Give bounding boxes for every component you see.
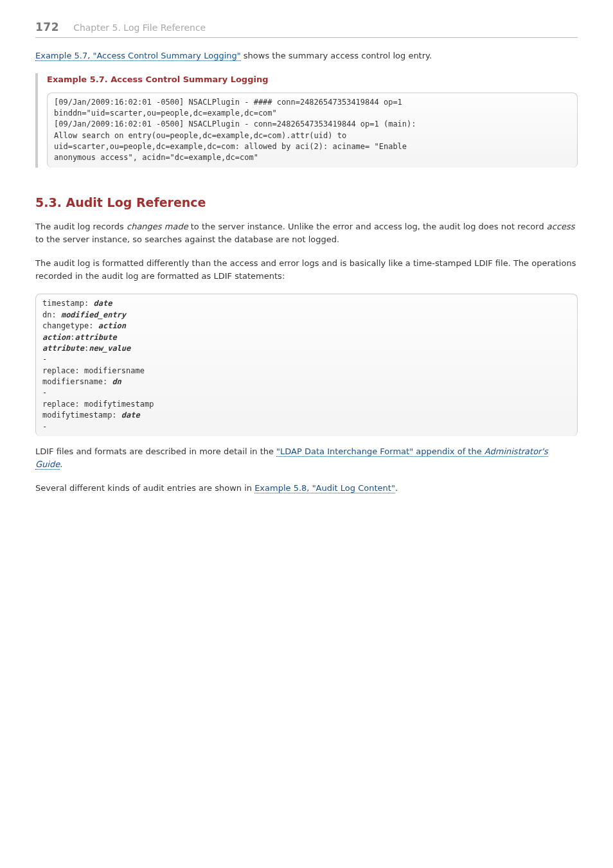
section-p3: LDIF files and formats are described in … bbox=[35, 445, 578, 470]
ldif-template-code: timestamp: date dn: modified_entry chang… bbox=[35, 294, 578, 436]
example-5-7-block: Example 5.7. Access Control Summary Logg… bbox=[35, 73, 578, 168]
example-5-7-title: Example 5.7. Access Control Summary Logg… bbox=[47, 73, 578, 86]
page: 172 Chapter 5. Log File Reference Exampl… bbox=[0, 0, 613, 868]
p4-text-c: . bbox=[395, 483, 398, 493]
page-number: 172 bbox=[35, 21, 59, 33]
section-p4: Several different kinds of audit entries… bbox=[35, 482, 578, 495]
p1-italic-changes-made: changes made bbox=[127, 222, 188, 231]
chapter-title: Chapter 5. Log File Reference bbox=[73, 22, 206, 33]
p3-link-text-a: "LDAP Data Interchange Format" appendix … bbox=[276, 447, 484, 456]
p1-text-a: The audit log records bbox=[35, 222, 127, 231]
p4-text-a: Several different kinds of audit entries… bbox=[35, 483, 254, 493]
p1-italic-access: access bbox=[547, 222, 575, 231]
link-example-5-8[interactable]: Example 5.8, "Audit Log Content" bbox=[254, 483, 395, 493]
example-5-7-code: [09/Jan/2009:16:02:01 -0500] NSACLPlugin… bbox=[47, 93, 578, 168]
page-header: 172 Chapter 5. Log File Reference bbox=[35, 19, 578, 38]
section-p1: The audit log records changes made to th… bbox=[35, 220, 578, 245]
p1-text-e: to the server instance, so searches agai… bbox=[35, 235, 339, 244]
intro-paragraph: Example 5.7, "Access Control Summary Log… bbox=[35, 49, 578, 62]
link-example-5-7[interactable]: Example 5.7, "Access Control Summary Log… bbox=[35, 51, 241, 61]
p1-text-c: to the server instance. Unlike the error… bbox=[188, 222, 547, 231]
section-title-5-3: 5.3. Audit Log Reference bbox=[35, 193, 578, 212]
p3-text-a: LDIF files and formats are described in … bbox=[35, 447, 276, 456]
intro-after-text: shows the summary access control log ent… bbox=[241, 51, 432, 60]
p3-text-c: . bbox=[60, 459, 62, 469]
section-p2: The audit log is formatted differently t… bbox=[35, 257, 578, 282]
